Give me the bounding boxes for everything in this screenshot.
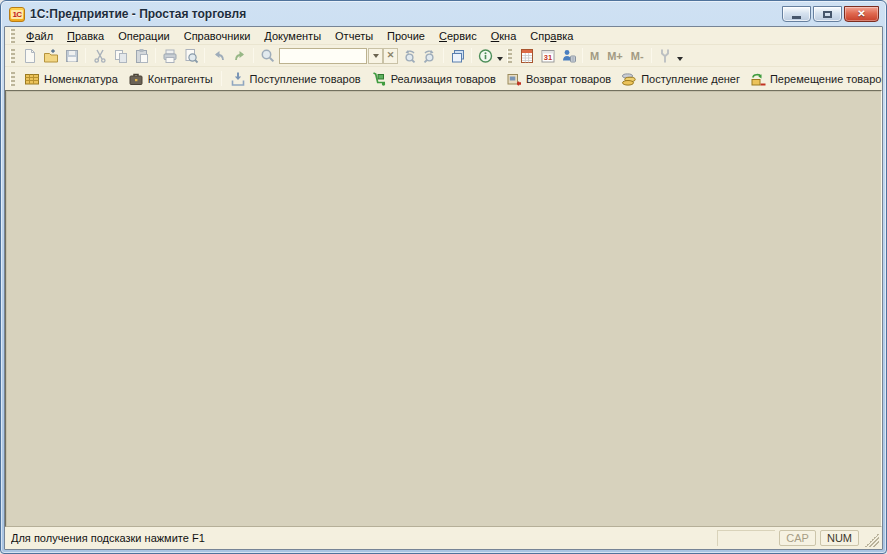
money-receipt-icon bbox=[621, 71, 637, 87]
goods-sale-button[interactable]: Реализация товаров bbox=[366, 69, 501, 89]
cut-button[interactable] bbox=[89, 46, 110, 65]
toolbar-separator bbox=[471, 48, 472, 63]
redo-button[interactable] bbox=[229, 46, 250, 65]
nomenclature-button[interactable]: Номенклатура bbox=[19, 69, 123, 89]
button-label: Возврат товаров bbox=[526, 73, 611, 85]
print-preview-button[interactable] bbox=[180, 46, 201, 65]
business-toolbar: Номенклатура Контрагенты Поступление тов… bbox=[5, 67, 882, 90]
app-window: 1C 1С:Предприятие - Простая торговля ✕ Ф… bbox=[0, 0, 887, 554]
svg-text:31: 31 bbox=[543, 53, 551, 62]
calendar-button[interactable]: 31 bbox=[537, 46, 558, 65]
new-document-button[interactable] bbox=[19, 46, 40, 65]
toolbar2-grip-handle[interactable] bbox=[10, 72, 15, 86]
workspace[interactable] bbox=[5, 90, 882, 527]
save-button[interactable] bbox=[61, 46, 82, 65]
find-next-icon bbox=[401, 48, 417, 64]
toolbar-section-grip-handle[interactable] bbox=[507, 49, 512, 63]
toolbar-separator bbox=[443, 48, 444, 63]
goods-receipt-icon bbox=[230, 71, 246, 87]
menu-service[interactable]: Сервис bbox=[432, 29, 484, 43]
goods-receipt-button[interactable]: Поступление товаров bbox=[225, 69, 366, 89]
nomenclature-icon bbox=[24, 71, 40, 87]
close-icon: ✕ bbox=[857, 9, 865, 19]
maximize-button[interactable] bbox=[813, 6, 842, 22]
find-previous-button[interactable] bbox=[419, 46, 440, 65]
find-previous-icon bbox=[422, 48, 438, 64]
save-icon bbox=[64, 48, 80, 64]
goods-transfer-icon bbox=[750, 71, 766, 87]
maximize-icon bbox=[823, 11, 832, 18]
services-button[interactable] bbox=[655, 46, 676, 65]
minimize-icon bbox=[792, 16, 801, 19]
memory-m-button[interactable]: M bbox=[586, 49, 603, 63]
counterparties-icon bbox=[128, 71, 144, 87]
num-lock-indicator: NUM bbox=[820, 530, 859, 546]
button-label: Реализация товаров bbox=[391, 73, 496, 85]
app-logo-icon: 1C bbox=[9, 7, 25, 22]
menu-other[interactable]: Прочие bbox=[380, 29, 432, 43]
menu-operations[interactable]: Операции bbox=[111, 29, 176, 43]
print-icon bbox=[162, 48, 178, 64]
find-button[interactable] bbox=[257, 46, 278, 65]
menu-help[interactable]: Справка bbox=[523, 29, 580, 43]
paste-button[interactable] bbox=[131, 46, 152, 65]
calculator-icon bbox=[519, 48, 535, 64]
status-empty-pane bbox=[717, 530, 775, 546]
toolbar1-grip-handle[interactable] bbox=[10, 49, 15, 63]
undo-arrow-icon bbox=[211, 48, 227, 64]
copy-icon bbox=[113, 48, 129, 64]
caps-lock-indicator: CAP bbox=[779, 530, 816, 546]
paste-clipboard-icon bbox=[134, 48, 150, 64]
cut-scissors-icon bbox=[92, 48, 108, 64]
services-dropdown-arrow[interactable] bbox=[677, 57, 683, 61]
wrench-icon bbox=[657, 48, 673, 64]
open-button[interactable] bbox=[40, 46, 61, 65]
goods-return-button[interactable]: Возврат товаров bbox=[501, 69, 616, 89]
minimize-button[interactable] bbox=[782, 6, 811, 22]
info-button[interactable] bbox=[475, 46, 496, 65]
button-label: Перемещение товаров bbox=[770, 73, 883, 85]
undo-button[interactable] bbox=[208, 46, 229, 65]
goods-transfer-button[interactable]: Перемещение товаров bbox=[745, 69, 883, 89]
close-button[interactable]: ✕ bbox=[844, 6, 879, 22]
redo-arrow-icon bbox=[232, 48, 248, 64]
button-label: Контрагенты bbox=[148, 73, 213, 85]
toolbar-separator bbox=[85, 48, 86, 63]
copy-window-button[interactable] bbox=[447, 46, 468, 65]
menubar-grip-handle[interactable] bbox=[10, 29, 15, 43]
memory-m-minus-button[interactable]: M- bbox=[627, 49, 648, 63]
info-dropdown-arrow[interactable] bbox=[497, 57, 503, 61]
menu-bar: Файл Правка Операции Справочники Докумен… bbox=[5, 27, 882, 45]
clear-search-button[interactable]: ✕ bbox=[383, 48, 398, 64]
menu-documents[interactable]: Документы bbox=[257, 29, 328, 43]
standard-toolbar: ✕ 31 M M+ M- bbox=[5, 45, 882, 67]
users-button[interactable] bbox=[558, 46, 579, 65]
toolbar-separator bbox=[221, 71, 222, 86]
toolbar-separator bbox=[651, 48, 652, 63]
menu-directories[interactable]: Справочники bbox=[177, 29, 258, 43]
menu-edit[interactable]: Правка bbox=[60, 29, 111, 43]
title-bar[interactable]: 1C 1С:Предприятие - Простая торговля ✕ bbox=[4, 4, 883, 26]
memory-m-plus-button[interactable]: M+ bbox=[603, 49, 627, 63]
find-next-button[interactable] bbox=[398, 46, 419, 65]
copy-button[interactable] bbox=[110, 46, 131, 65]
close-icon: ✕ bbox=[387, 51, 395, 60]
users-icon bbox=[561, 48, 577, 64]
counterparties-button[interactable]: Контрагенты bbox=[123, 69, 218, 89]
toolbar-separator bbox=[204, 48, 205, 63]
button-label: Поступление товаров bbox=[250, 73, 361, 85]
print-preview-icon bbox=[183, 48, 199, 64]
money-receipt-button[interactable]: Поступление денег bbox=[616, 69, 745, 89]
search-input[interactable] bbox=[279, 48, 367, 64]
search-dropdown-button[interactable] bbox=[368, 48, 383, 64]
calculator-button[interactable] bbox=[516, 46, 537, 65]
menu-file[interactable]: Файл bbox=[19, 29, 60, 43]
toolbar-separator bbox=[582, 48, 583, 63]
chevron-down-icon bbox=[373, 54, 379, 58]
resize-grip-handle[interactable] bbox=[865, 533, 879, 547]
status-bar: Для получения подсказки нажмите F1 CAP N… bbox=[5, 527, 882, 549]
print-button[interactable] bbox=[159, 46, 180, 65]
menu-windows[interactable]: Окна bbox=[484, 29, 524, 43]
menu-reports[interactable]: Отчеты bbox=[328, 29, 380, 43]
goods-return-icon bbox=[506, 71, 522, 87]
